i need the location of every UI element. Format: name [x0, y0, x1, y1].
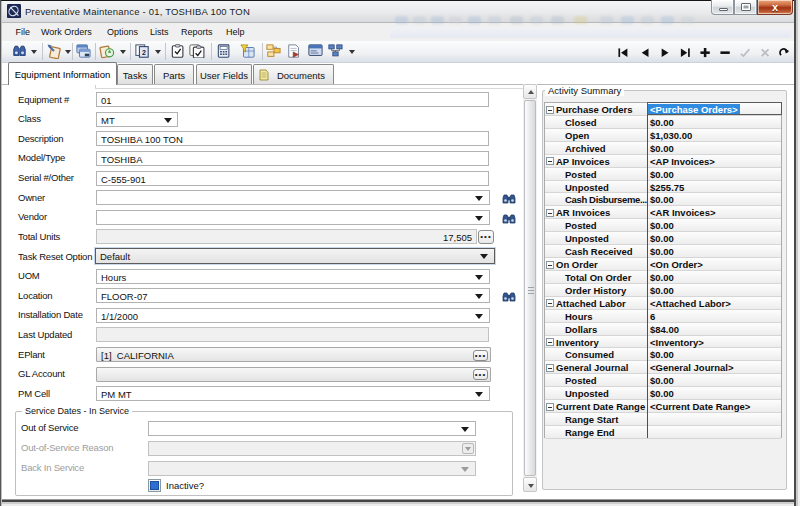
- svg-text:2: 2: [142, 49, 146, 56]
